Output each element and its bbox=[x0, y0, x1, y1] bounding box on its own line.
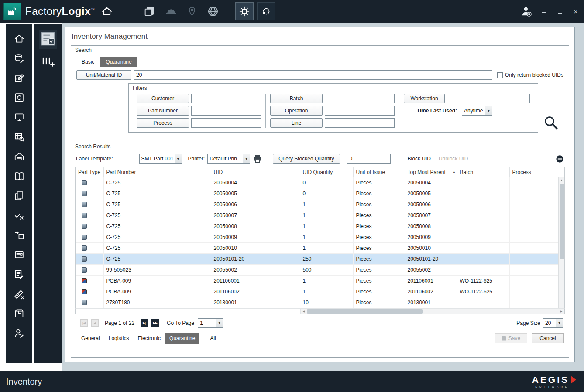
horizontal-scroll-thumb[interactable] bbox=[307, 309, 423, 314]
print-icon[interactable] bbox=[253, 154, 262, 164]
printer-select[interactable]: Default Prin... ▼ bbox=[207, 154, 250, 164]
report-chart-icon[interactable] bbox=[14, 72, 25, 84]
documents-icon[interactable] bbox=[143, 5, 155, 17]
batch-filter-input[interactable] bbox=[325, 94, 395, 103]
document-edit-icon[interactable] bbox=[14, 269, 25, 280]
batch-filter-button[interactable]: Batch bbox=[270, 94, 323, 103]
tab-all[interactable]: All bbox=[206, 333, 220, 344]
last-page-icon[interactable]: ▶▶ bbox=[151, 319, 159, 327]
scroll-right-icon[interactable]: ▶ bbox=[558, 310, 564, 313]
form-card-icon[interactable] bbox=[14, 249, 25, 260]
col-top-most-parent[interactable]: Top Most Parent▲ bbox=[405, 167, 457, 177]
save-button[interactable]: Save bbox=[495, 333, 527, 343]
barcode-add-icon[interactable] bbox=[41, 55, 55, 70]
table-row[interactable]: PCBA-009 201106002 1 Pieces 201106002 WO… bbox=[76, 286, 558, 297]
table-row[interactable]: C-725 20050006 1 Pieces 20050006 bbox=[76, 199, 558, 210]
tab-electronic[interactable]: Electronic bbox=[133, 333, 165, 344]
process-filter-input[interactable] bbox=[191, 118, 261, 128]
col-uid[interactable]: UID bbox=[211, 167, 300, 177]
table-row[interactable]: C-725 20050004 0 Pieces 20050004 bbox=[76, 177, 558, 188]
block-uid-button[interactable]: Block UID bbox=[405, 155, 433, 163]
cell-unit-of-issue: Pieces bbox=[353, 264, 405, 275]
col-batch[interactable]: Batch bbox=[457, 167, 509, 177]
part-number-filter-input[interactable] bbox=[191, 106, 261, 116]
unit-material-id-button[interactable]: Unit/Material ID bbox=[76, 70, 131, 80]
workstation-filter-button[interactable]: Workstation bbox=[404, 94, 445, 103]
table-row[interactable]: C-725 20050101-20 250 Pieces 20050101-20 bbox=[76, 253, 558, 264]
process-filter-button[interactable]: Process bbox=[137, 118, 189, 128]
vertical-scroll-thumb[interactable] bbox=[560, 184, 564, 259]
table-row[interactable]: C-725 20050010 1 Pieces 20050010 bbox=[76, 242, 558, 253]
col-uid-quantity[interactable]: UID Quantity bbox=[300, 167, 353, 177]
unblock-uid-button[interactable]: Unblock UID bbox=[436, 155, 471, 163]
block-circle-icon[interactable] bbox=[556, 155, 564, 163]
copy-pages-icon[interactable] bbox=[14, 190, 25, 201]
table-row[interactable]: C-725 20050009 1 Pieces 20050009 bbox=[76, 232, 558, 242]
query-stocked-quantity-button[interactable]: Query Stocked Quantity bbox=[273, 154, 340, 164]
scroll-up-icon[interactable]: ▲ bbox=[560, 177, 563, 183]
stocked-quantity-input[interactable] bbox=[347, 154, 391, 164]
user-edit-icon[interactable] bbox=[14, 327, 25, 339]
home-icon[interactable] bbox=[101, 6, 113, 17]
part-number-filter-button[interactable]: Part Number bbox=[137, 106, 189, 116]
warehouse-icon[interactable] bbox=[14, 151, 25, 162]
page-size-select[interactable]: 20 ▼ bbox=[543, 318, 563, 328]
time-last-used-select[interactable]: Anytime ▼ bbox=[462, 106, 492, 116]
close-icon[interactable]: × bbox=[572, 7, 580, 15]
settings-gear-icon[interactable] bbox=[235, 2, 254, 20]
cancel-button[interactable]: Cancel bbox=[532, 333, 564, 343]
workstation-filter-input[interactable] bbox=[447, 94, 530, 103]
maximize-icon[interactable] bbox=[556, 7, 564, 15]
inventory-list-icon[interactable] bbox=[39, 30, 57, 49]
table-row[interactable]: 99-505023 20055002 500 Pieces 20055002 bbox=[76, 264, 558, 275]
history-refresh-icon[interactable] bbox=[257, 2, 275, 20]
table-search-icon[interactable] bbox=[14, 131, 25, 143]
table-row[interactable]: C-725 20050007 1 Pieces 20050007 bbox=[76, 210, 558, 221]
refresh-box-icon[interactable] bbox=[14, 92, 25, 103]
workstation-monitor-icon[interactable] bbox=[14, 112, 25, 123]
col-part-number[interactable]: Part Number bbox=[103, 167, 211, 177]
table-row[interactable]: 2780T180 20130001 10 Pieces 20130001 bbox=[76, 297, 558, 308]
book-icon[interactable] bbox=[14, 170, 25, 182]
table-row[interactable]: C-725 20050008 1 Pieces 20050008 bbox=[76, 221, 558, 232]
database-edit-icon[interactable] bbox=[14, 53, 25, 64]
only-blocked-checkbox-row[interactable]: Only return blocked UIDs bbox=[497, 72, 563, 78]
col-process[interactable]: Process bbox=[509, 167, 558, 177]
go-to-page-select[interactable]: 1 ▼ bbox=[198, 318, 223, 328]
tab-logistics[interactable]: Logistics bbox=[104, 333, 134, 344]
measure-ruler-icon[interactable] bbox=[14, 288, 25, 300]
transfer-box-icon[interactable] bbox=[14, 229, 25, 241]
verify-check-x-icon[interactable] bbox=[14, 210, 25, 221]
checkbox-icon[interactable] bbox=[497, 72, 503, 78]
operation-filter-button[interactable]: Operation bbox=[270, 106, 323, 116]
package-tag-icon[interactable] bbox=[14, 308, 25, 319]
tab-general[interactable]: General bbox=[77, 333, 104, 344]
tab-quarantine[interactable]: Quarantine bbox=[100, 57, 137, 67]
web-globe-icon[interactable] bbox=[207, 5, 219, 17]
next-page-icon[interactable]: ▶| bbox=[141, 319, 148, 327]
table-row[interactable]: PCBA-009 201106001 1 Pieces 201106001 WO… bbox=[76, 275, 558, 286]
label-template-select[interactable]: SMT Part 001 ▼ bbox=[139, 154, 182, 164]
tab-basic[interactable]: Basic bbox=[76, 57, 100, 67]
unit-material-id-input[interactable] bbox=[134, 70, 492, 80]
vertical-scrollbar[interactable]: ▲ bbox=[558, 177, 564, 308]
location-pin-icon[interactable] bbox=[187, 6, 197, 17]
customer-filter-button[interactable]: Customer bbox=[137, 94, 189, 103]
minimize-icon[interactable] bbox=[540, 7, 548, 15]
home-nav-icon[interactable] bbox=[14, 33, 25, 44]
user-disconnect-icon[interactable] bbox=[520, 5, 532, 17]
builder-hardhat-icon[interactable] bbox=[165, 5, 177, 17]
customer-filter-input[interactable] bbox=[191, 94, 261, 103]
previous-page-icon[interactable]: ◀ bbox=[91, 319, 99, 327]
scroll-left-icon[interactable]: ◀ bbox=[301, 310, 307, 313]
horizontal-scrollbar[interactable]: ◀ ▶ bbox=[301, 309, 564, 314]
tab-quarantine-bottom[interactable]: Quarantine bbox=[165, 333, 199, 344]
first-page-icon[interactable]: |◀ bbox=[80, 319, 88, 327]
line-filter-input[interactable] bbox=[325, 118, 395, 128]
search-button[interactable] bbox=[543, 115, 559, 132]
col-unit-of-issue[interactable]: Unit of Issue bbox=[353, 167, 405, 177]
col-part-type[interactable]: Part Type bbox=[76, 167, 103, 177]
table-row[interactable]: C-725 20050005 0 Pieces 20050005 bbox=[76, 188, 558, 199]
line-filter-button[interactable]: Line bbox=[270, 118, 323, 128]
operation-filter-input[interactable] bbox=[325, 106, 395, 116]
